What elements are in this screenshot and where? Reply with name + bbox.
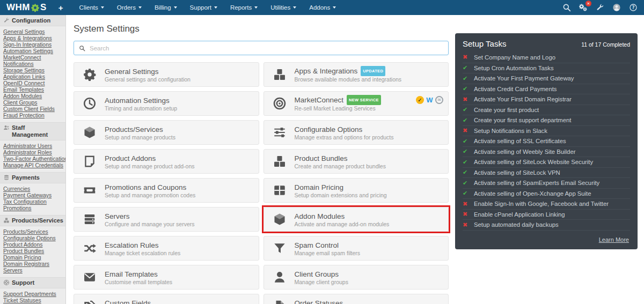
- notification-badge: ✕: [586, 1, 591, 6]
- sidebar-item-administrator-roles[interactable]: Administrator Roles: [3, 150, 62, 156]
- task-activate-credit-card-payments[interactable]: ✔Activate Credit Card Payments: [463, 84, 630, 94]
- task-activate-selling-of-open-xchange-app-sui[interactable]: ✔Activate selling of Open-Xchange App Su…: [463, 188, 630, 199]
- nav-menu-addons[interactable]: Addons: [303, 0, 342, 15]
- task-setup-cron-automation-tasks[interactable]: ✔Setup Cron Automation Tasks: [463, 63, 630, 73]
- sidebar-section-support[interactable]: Support: [0, 277, 65, 288]
- sidebar-item-administrator-users[interactable]: Administrator Users: [3, 143, 62, 150]
- sidebar-item-sign-in-integrations[interactable]: Sign-In Integrations: [3, 42, 62, 48]
- sidebar-item-addon-modules[interactable]: Addon Modules: [3, 93, 62, 100]
- sidebar-item-currencies[interactable]: Currencies: [3, 186, 62, 192]
- sidebar-item-openid-connect[interactable]: OpenID Connect: [3, 80, 62, 87]
- nav-menu-label: Addons: [309, 4, 330, 11]
- tile-general-settings[interactable]: General Settings General settings and co…: [74, 62, 259, 87]
- sidebar-item-email-templates[interactable]: Email Templates: [3, 87, 62, 93]
- tile-product-bundles[interactable]: Product Bundles Create and manage produc…: [264, 149, 449, 174]
- whmcs-logo[interactable]: WHM S: [6, 2, 47, 13]
- task-set-company-name-and-logo[interactable]: ✖Set Company Name and Logo: [463, 52, 630, 63]
- tile-products-services[interactable]: Products/Services Setup and manage produ…: [74, 120, 259, 145]
- tile-product-addons[interactable]: Product Addons Setup and manage product …: [74, 149, 259, 174]
- tile-escalation-rules[interactable]: Escalation Rules Manage ticket escalatio…: [74, 236, 259, 261]
- nav-menu-support[interactable]: Support: [184, 0, 224, 15]
- task-activate-selling-of-spamexperts-email-se[interactable]: ✔Activate selling of SpamExperts Email S…: [463, 177, 630, 188]
- user-icon: [273, 270, 287, 284]
- sidebar-item-servers[interactable]: Servers: [3, 268, 62, 274]
- nav-menu-orders[interactable]: Orders: [111, 0, 148, 15]
- tile-spam-control[interactable]: Spam Control Manage email spam filters: [264, 236, 449, 261]
- task-activate-selling-of-sitelock-vpn[interactable]: ✔Activate selling of SiteLock VPN: [463, 167, 630, 178]
- sidebar-item-products-services[interactable]: Products/Services: [3, 229, 62, 235]
- sidebar-item-storage-settings[interactable]: Storage Settings: [3, 68, 62, 74]
- nav-menu-billing[interactable]: Billing: [148, 0, 184, 15]
- sidebar-item-manage-api-credentials[interactable]: Manage API Credentials: [3, 162, 62, 169]
- cubes-icon: [273, 154, 287, 168]
- sidebar-item-apps-integrations[interactable]: Apps & Integrations: [3, 35, 62, 42]
- learn-more-link[interactable]: Learn More: [599, 236, 629, 243]
- tile-title: Spam Control: [295, 241, 339, 249]
- sidebar-item-two-factor-authentication[interactable]: Two-Factor Authentication: [3, 156, 62, 162]
- sidebar-item-product-bundles[interactable]: Product Bundles: [3, 248, 62, 255]
- wrench-icon: [3, 17, 10, 24]
- task-create-your-first-product[interactable]: ✔Create your first product: [463, 105, 630, 115]
- task-enable-sign-in-with-google-facebook-and-[interactable]: ✖Enable Sign-In with Google, Facebook an…: [463, 198, 630, 209]
- search-icon[interactable]: [562, 3, 571, 12]
- tile-subtitle: Configure and manage your servers: [105, 221, 195, 228]
- sidebar-item-ticket-statuses[interactable]: Ticket Statuses: [3, 298, 62, 304]
- tile-apps-integrations[interactable]: Apps & IntegrationsUPDATED Browse availa…: [264, 62, 449, 87]
- task-activate-selling-of-weebly-site-builder[interactable]: ✔Activate selling of Weebly Site Builder: [463, 146, 630, 157]
- task-activate-selling-of-ssl-certificates[interactable]: ✔Activate selling of SSL Certificates: [463, 136, 630, 146]
- task-setup-notifications-in-slack[interactable]: ✖Setup Notifications in Slack: [463, 125, 630, 136]
- tile-servers[interactable]: Servers Configure and manage your server…: [74, 207, 259, 232]
- tile-domain-pricing[interactable]: Domain Pricing Setup domain extensions a…: [264, 178, 449, 203]
- sidebar-item-automation-settings[interactable]: Automation Settings: [3, 48, 62, 55]
- nav-menu-reports[interactable]: Reports: [224, 0, 264, 15]
- tile-custom-fields[interactable]: Custom Fields Manage custom profile fiel…: [74, 294, 259, 304]
- task-setup-automated-daily-backups[interactable]: ✖Setup automated daily backups: [463, 219, 630, 230]
- tile-text: Custom Fields Manage custom profile fiel…: [105, 298, 177, 304]
- tile-addon-modules[interactable]: Addon Modules Activate and manage add-on…: [264, 207, 449, 232]
- task-activate-your-first-domain-registrar[interactable]: ✖Activate Your First Domain Registrar: [463, 94, 630, 105]
- sidebar-section-payments[interactable]: Payments: [0, 172, 65, 183]
- sidebar-item-support-departments[interactable]: Support Departments: [3, 291, 62, 298]
- tile-configurable-options[interactable]: Configurable Options Manage extras and o…: [264, 120, 449, 145]
- sidebar-item-product-addons[interactable]: Product Addons: [3, 242, 62, 248]
- tile-email-templates[interactable]: Email Templates Customise email template…: [74, 265, 259, 290]
- sidebar-section-staff-management[interactable]: Staff Management: [0, 122, 65, 140]
- sidebar-item-domain-pricing[interactable]: Domain Pricing: [3, 255, 62, 261]
- task-activate-selling-of-sitelock-website-sec[interactable]: ✔Activate selling of SiteLock Website Se…: [463, 157, 630, 167]
- tile-title: Email Templates: [105, 270, 158, 278]
- avatar[interactable]: [612, 3, 621, 12]
- tools-icon[interactable]: [596, 3, 604, 12]
- sidebar-item-marketconnect[interactable]: MarketConnect: [3, 55, 62, 61]
- sidebar-item-configurable-options[interactable]: Configurable Options: [3, 235, 62, 242]
- task-enable-cpanel-application-linking[interactable]: ✖Enable cPanel Application Linking: [463, 209, 630, 220]
- sidebar-item-custom-client-fields[interactable]: Custom Client Fields: [3, 106, 62, 113]
- tile-marketconnect[interactable]: MarketConnectNEW SERVICE Re-sell Market …: [264, 91, 449, 116]
- sidebar-item-fraud-protection[interactable]: Fraud Protection: [3, 113, 62, 119]
- sidebar-item-general-settings[interactable]: General Settings: [3, 29, 62, 35]
- sidebar-item-notifications[interactable]: Notifications: [3, 61, 62, 68]
- tile-title: Servers: [105, 212, 130, 220]
- nav-menu-clients[interactable]: Clients: [73, 0, 111, 15]
- tile-promotions-and-coupons[interactable]: Promotions and Coupons Setup and manage …: [74, 178, 259, 203]
- tile-client-groups[interactable]: Client Groups Manage client groups: [264, 265, 449, 290]
- nav-menu-utilities[interactable]: Utilities: [264, 0, 303, 15]
- sidebar-section-configuration[interactable]: Configuration: [0, 15, 65, 26]
- tile-order-statuses[interactable]: Order Statuses Setup and manage order st…: [264, 294, 449, 304]
- task-create-your-first-support-department[interactable]: ✔Create your first support department: [463, 115, 630, 125]
- weebly-icon: W: [426, 96, 434, 104]
- tile-automation-settings[interactable]: Automation Settings Timing and automatio…: [74, 91, 259, 116]
- help-icon[interactable]: ?: [629, 3, 638, 12]
- cube-icon: [273, 212, 287, 226]
- task-activate-your-first-payment-gateway[interactable]: ✔Activate Your First Payment Gateway: [463, 73, 630, 84]
- search-input[interactable]: [90, 45, 443, 51]
- automation-status-icon[interactable]: ✕: [579, 3, 588, 12]
- tile-title: Apps & IntegrationsUPDATED: [295, 67, 386, 75]
- sidebar-item-payment-gateways[interactable]: Payment Gateways: [3, 192, 62, 199]
- sidebar-item-application-links[interactable]: Application Links: [3, 74, 62, 80]
- sidebar-item-client-groups[interactable]: Client Groups: [3, 100, 62, 106]
- sidebar-item-tax-configuration[interactable]: Tax Configuration: [3, 199, 62, 205]
- quick-add-button[interactable]: +: [58, 3, 63, 12]
- sidebar-section-products-services[interactable]: Products/Services: [0, 215, 65, 226]
- sidebar-item-domain-registrars[interactable]: Domain Registrars: [3, 261, 62, 268]
- sidebar-item-promotions[interactable]: Promotions: [3, 205, 62, 212]
